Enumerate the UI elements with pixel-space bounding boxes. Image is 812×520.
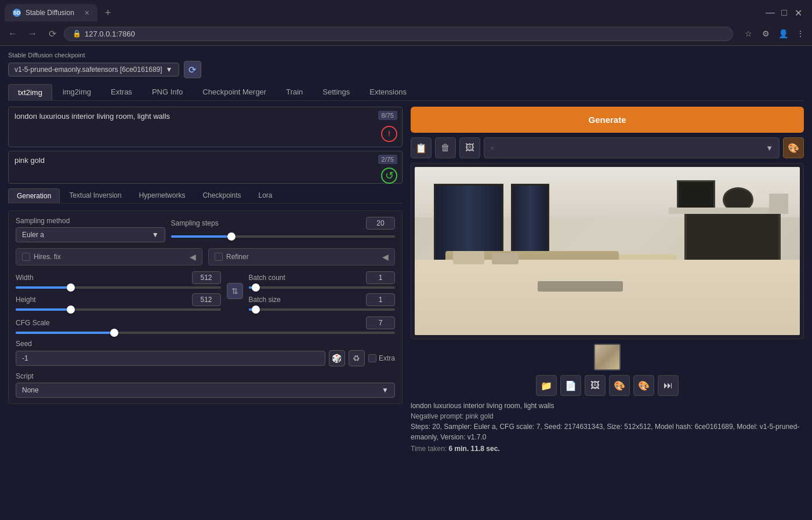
close-window-button[interactable]: ✕ [793,8,803,17]
width-slider[interactable] [16,286,221,289]
seed-recycle-button[interactable]: ♻ [349,350,365,366]
tab-checkpoint-merger[interactable]: Checkpoint Merger [193,84,276,100]
open-folder-button[interactable]: 📁 [536,375,557,396]
batch-size-slider[interactable] [249,308,396,311]
width-fill [16,286,71,289]
width-value[interactable]: 512 [192,271,221,284]
send-img2img-button[interactable]: 🖼 [585,375,606,396]
skip-icon: ⏭ [664,380,673,391]
room-vase [769,194,788,214]
seed-input[interactable] [16,351,325,366]
trash-icon: 🗑 [441,143,450,153]
sampling-steps-label: Sampling steps [171,219,219,227]
cfg-slider[interactable] [16,332,395,334]
subtab-lora[interactable]: Lora [251,188,281,203]
tab-png-info[interactable]: PNG Info [143,84,192,100]
height-value[interactable]: 512 [192,293,221,306]
forward-button[interactable]: → [24,26,41,42]
url-input[interactable]: 🔒 127.0.0.1:7860 [64,27,733,41]
folder-icon: 📁 [541,380,552,391]
sampling-method-select[interactable]: Euler a ▼ [16,227,165,242]
trash-button[interactable]: 🗑 [435,137,456,158]
checkpoint-refresh-button[interactable]: ⟳ [184,61,201,78]
script-select[interactable]: None ▼ [16,383,395,398]
room-art [677,180,715,210]
profile-icon[interactable]: 👤 [776,27,790,41]
interrupt-icon: ! [388,130,390,138]
sampling-steps-value[interactable]: 20 [366,217,395,230]
right-column: Generate 📋 🗑 🖼 × ▼ 🎨 [411,107,804,453]
refiner-checkbox[interactable] [215,253,223,261]
width-thumb [67,283,75,292]
app-content: Stable Diffusion checkpoint v1-5-pruned-… [0,46,812,459]
extensions-icon[interactable]: ⚙ [759,27,773,41]
swap-btn-group: ⇅ [227,271,243,311]
sampling-method-label: Sampling method [16,217,165,225]
tab-settings[interactable]: Settings [313,84,359,100]
skip-button[interactable]: ⏭ [658,375,679,396]
output-thumbnail[interactable] [594,344,621,370]
seed-dice-button[interactable]: 🎲 [329,350,345,366]
batch-count-slider[interactable] [249,286,396,289]
reload-button[interactable]: ⟳ [44,26,60,42]
refiner-label[interactable]: Refiner [215,253,249,261]
new-tab-button[interactable]: + [100,5,116,21]
batch-count-value[interactable]: 1 [366,271,395,284]
height-slider[interactable] [16,308,221,311]
send-extras-button[interactable]: 🎨 [633,375,654,396]
tab-train[interactable]: Train [277,84,312,100]
sampling-method-value: Euler a [22,231,44,239]
hires-refiner-row: Hires. fix ◀ Refiner ◀ [16,248,395,266]
batch-size-value[interactable]: 1 [366,293,395,306]
paste-button[interactable]: 📋 [411,137,432,158]
refiner-group: Refiner ◀ [208,248,395,266]
browser-tab[interactable]: SD Stable Diffusion × [5,4,97,21]
style-placeholder: × [490,144,495,152]
tab-txt2img[interactable]: txt2img [8,84,52,100]
minimize-button[interactable]: — [766,8,775,17]
script-label: Script [16,372,395,380]
height-group: Height 512 [16,293,221,311]
url-lock-icon: 🔒 [72,30,81,38]
negative-prompt-input[interactable]: pink gold [14,156,350,177]
bookmark-icon[interactable]: ☆ [741,27,755,41]
extra-label[interactable]: Extra [368,354,395,362]
recycle-button[interactable]: ↺ [381,168,397,184]
room-pillow-1 [453,251,484,264]
cfg-value[interactable]: 7 [366,317,395,329]
script-value: None [22,386,39,394]
send-inpaint-button[interactable]: 🎨 [609,375,630,396]
tab-favicon: SD [13,9,21,17]
tab-close-btn[interactable]: × [85,9,89,17]
hires-fix-label[interactable]: Hires. fix [22,253,61,261]
tab-extensions[interactable]: Extensions [360,84,416,100]
refiner-collapse-arrow[interactable]: ◀ [382,252,389,261]
back-button[interactable]: ← [5,26,21,42]
hires-collapse-arrow[interactable]: ◀ [190,252,196,261]
positive-prompt-input[interactable]: london luxurious interior living room, l… [14,112,350,133]
swap-dimensions-button[interactable]: ⇅ [227,283,243,299]
left-column: london luxurious interior living room, l… [8,107,403,453]
maximize-button[interactable]: □ [780,8,789,17]
sampling-method-arrow: ▼ [152,231,159,239]
subtab-checkpoints[interactable]: Checkpoints [194,188,249,203]
refiner-text: Refiner [226,253,249,261]
generate-button[interactable]: Generate [411,107,804,133]
paint-button[interactable]: 🎨 [783,137,804,158]
menu-icon[interactable]: ⋮ [793,27,807,41]
subtab-hypernetworks[interactable]: Hypernetworks [130,188,193,203]
tab-extras[interactable]: Extras [102,84,142,100]
interrupt-button[interactable]: ! [381,126,397,142]
checkpoint-select[interactable]: v1-5-pruned-emaonly.safetensors [6ce0161… [8,63,179,77]
style-select[interactable]: × ▼ [484,137,780,158]
subtab-textual-inversion[interactable]: Textual Inversion [61,188,129,203]
save-zip-button[interactable]: 📄 [560,375,581,396]
seed-group: Seed 🎲 ♻ Extra [16,340,395,366]
extra-checkbox[interactable] [368,354,376,362]
batch-count-label: Batch count [249,274,285,282]
tab-img2img[interactable]: img2img [53,84,100,100]
sampling-steps-slider[interactable] [171,235,395,238]
hires-fix-checkbox[interactable] [22,253,30,261]
subtab-generation[interactable]: Generation [8,188,60,203]
image-button[interactable]: 🖼 [459,137,480,158]
